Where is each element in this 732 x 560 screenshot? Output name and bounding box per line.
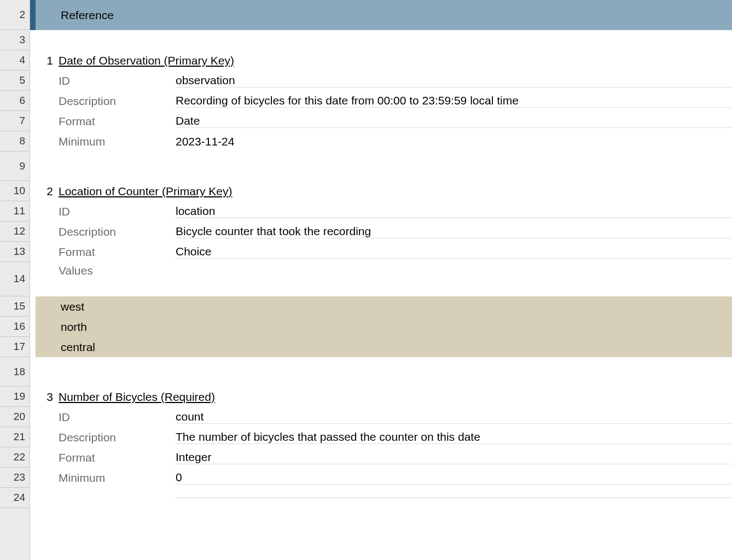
choice-value: north bbox=[36, 320, 87, 334]
attr-value: 0 bbox=[175, 471, 732, 485]
field-seq: 2 bbox=[36, 185, 59, 198]
choice-value: central bbox=[36, 341, 95, 354]
row-number[interactable]: 18 bbox=[0, 357, 30, 387]
field-attr-row[interactable]: ID location bbox=[36, 201, 732, 221]
row-number[interactable]: 17 bbox=[0, 337, 30, 357]
attr-label: Minimum bbox=[36, 135, 175, 148]
field-title-row[interactable]: 3 Number of Bicycles (Required) bbox=[36, 387, 732, 407]
attr-label: Format bbox=[36, 451, 175, 464]
row-number[interactable]: 16 bbox=[0, 317, 30, 337]
row-number[interactable]: 4 bbox=[0, 50, 30, 71]
attr-label: Values bbox=[36, 264, 175, 277]
section-header[interactable]: Reference bbox=[36, 0, 732, 30]
row-number[interactable]: 19 bbox=[0, 387, 30, 407]
field-attr-row[interactable]: Description Bicycle counter that took th… bbox=[36, 221, 732, 242]
attr-value: location bbox=[175, 205, 732, 218]
sheet-content: Reference 1 Date of Observation (Primary… bbox=[36, 0, 732, 508]
field-attr-row[interactable]: Description Recording of bicycles for th… bbox=[36, 91, 732, 111]
row-number[interactable]: 13 bbox=[0, 242, 30, 262]
attr-label: ID bbox=[36, 205, 175, 218]
choice-row[interactable]: north bbox=[36, 317, 732, 337]
row-number[interactable]: 15 bbox=[0, 296, 30, 317]
row-gutter: 2 3 4 5 6 7 8 9 10 11 12 13 14 15 16 17 … bbox=[0, 0, 30, 560]
row-number[interactable]: 22 bbox=[0, 447, 30, 468]
field-seq: 3 bbox=[36, 390, 59, 404]
row-number[interactable]: 3 bbox=[0, 30, 30, 50]
attr-value: Recording of bicycles for this date from… bbox=[175, 94, 732, 108]
field-title: Date of Observation (Primary Key) bbox=[59, 54, 234, 67]
field-attr-row[interactable]: Minimum 2023-11-24 bbox=[36, 131, 732, 151]
attr-label: Description bbox=[36, 225, 175, 238]
attr-value: observation bbox=[175, 74, 732, 88]
attr-label: Description bbox=[36, 95, 175, 108]
field-title-row[interactable]: 1 Date of Observation (Primary Key) bbox=[36, 50, 732, 71]
attr-value: Bicycle counter that took the recording bbox=[175, 225, 732, 238]
field-attr-row[interactable]: ID observation bbox=[36, 71, 732, 91]
attr-label: ID bbox=[36, 74, 175, 88]
field-attr-row[interactable]: Format Date bbox=[36, 111, 732, 131]
row-number[interactable]: 6 bbox=[0, 91, 30, 111]
field-attr-row[interactable]: Minimum 0 bbox=[36, 468, 732, 488]
section-header-label: Reference bbox=[36, 9, 114, 22]
row-number[interactable]: 23 bbox=[0, 468, 30, 488]
field-title-row[interactable]: 2 Location of Counter (Primary Key) bbox=[36, 181, 732, 201]
row-number[interactable]: 12 bbox=[0, 221, 30, 242]
row-number[interactable]: 11 bbox=[0, 201, 30, 221]
row-number[interactable]: 9 bbox=[0, 151, 30, 181]
row-number[interactable]: 10 bbox=[0, 181, 30, 201]
field-attr-row[interactable] bbox=[36, 488, 732, 508]
attr-value: Date bbox=[175, 114, 732, 128]
attr-label: Format bbox=[36, 246, 175, 259]
blank-row[interactable] bbox=[36, 151, 732, 181]
row-number[interactable]: 5 bbox=[0, 71, 30, 91]
attr-value: Choice bbox=[175, 245, 732, 259]
field-attr-row[interactable]: ID count bbox=[36, 407, 732, 427]
field-seq: 1 bbox=[36, 54, 59, 67]
field-attr-row[interactable]: Format Integer bbox=[36, 447, 732, 468]
choice-value: west bbox=[36, 300, 84, 313]
blank-row[interactable] bbox=[36, 30, 732, 50]
choice-row[interactable]: west bbox=[36, 296, 732, 317]
row-number[interactable]: 20 bbox=[0, 407, 30, 427]
field-attr-row[interactable]: Description The number of bicycles that … bbox=[36, 427, 732, 447]
field-attr-row[interactable]: Format Choice bbox=[36, 242, 732, 262]
row-number[interactable]: 14 bbox=[0, 262, 30, 296]
choice-row[interactable]: central bbox=[36, 337, 732, 357]
attr-value: The number of bicycles that passed the c… bbox=[175, 430, 732, 444]
row-number[interactable]: 8 bbox=[0, 131, 30, 151]
attr-label: Minimum bbox=[36, 471, 175, 485]
attr-label: Format bbox=[36, 115, 175, 128]
row-number[interactable]: 24 bbox=[0, 488, 30, 508]
attr-value: 2023-11-24 bbox=[175, 135, 732, 148]
header-accent bbox=[30, 0, 36, 30]
blank-row[interactable] bbox=[36, 357, 732, 387]
attr-value: count bbox=[175, 410, 732, 424]
field-title: Location of Counter (Primary Key) bbox=[59, 185, 232, 198]
attr-label: Description bbox=[36, 431, 175, 444]
attr-value bbox=[175, 498, 732, 498]
row-number[interactable]: 2 bbox=[0, 0, 30, 30]
row-number[interactable]: 21 bbox=[0, 427, 30, 447]
field-attr-row[interactable]: Values bbox=[36, 262, 732, 296]
attr-label: ID bbox=[36, 411, 175, 424]
row-number[interactable]: 7 bbox=[0, 111, 30, 131]
field-title: Number of Bicycles (Required) bbox=[59, 390, 215, 404]
attr-value: Integer bbox=[175, 451, 732, 464]
